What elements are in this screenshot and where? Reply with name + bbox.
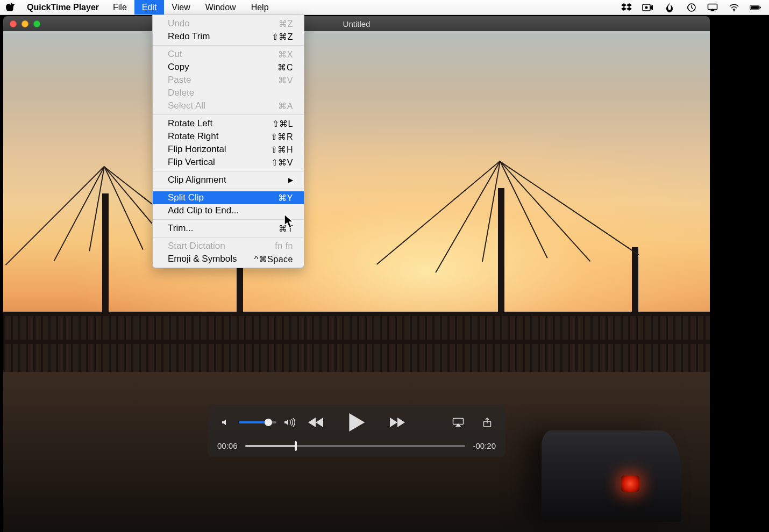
fast-forward-button[interactable] bbox=[389, 414, 406, 431]
volume-thumb[interactable] bbox=[265, 419, 272, 426]
submenu-arrow-icon: ▶ bbox=[288, 176, 293, 184]
menu-copy[interactable]: Copy ⌘C bbox=[153, 61, 304, 74]
car-silhouette bbox=[542, 430, 681, 522]
menu-file[interactable]: File bbox=[105, 0, 134, 15]
menu-redo-trim-shortcut: ⇧⌘Z bbox=[272, 32, 293, 42]
svg-rect-6 bbox=[760, 6, 761, 8]
rewind-button[interactable] bbox=[307, 414, 324, 431]
bridge-railing bbox=[3, 312, 710, 376]
svg-rect-8 bbox=[453, 419, 464, 425]
menu-rotate-left[interactable]: Rotate Left ⇧⌘L bbox=[153, 117, 304, 130]
history-icon[interactable] bbox=[685, 3, 697, 12]
elapsed-time: 00:06 bbox=[217, 441, 238, 450]
menu-cut: Cut ⌘X bbox=[153, 48, 304, 61]
menu-add-clip-to-end[interactable]: Add Clip to End... bbox=[153, 204, 304, 217]
menu-redo-trim-label: Redo Trim bbox=[168, 31, 272, 42]
menu-separator bbox=[153, 189, 304, 189]
menu-undo: Undo ⌘Z bbox=[153, 17, 304, 30]
svg-rect-7 bbox=[751, 6, 759, 9]
volume-slider[interactable] bbox=[239, 421, 276, 423]
airplay-icon[interactable] bbox=[707, 3, 718, 12]
window-title: Untitled bbox=[3, 19, 710, 28]
menu-emoji-symbols[interactable]: Emoji & Symbols ^⌘Space bbox=[153, 253, 304, 265]
volume-low-icon[interactable] bbox=[217, 414, 234, 431]
menu-paste: Paste ⌘V bbox=[153, 74, 304, 87]
menu-window[interactable]: Window bbox=[198, 0, 244, 15]
scrubber[interactable] bbox=[245, 445, 466, 447]
menu-help[interactable]: Help bbox=[244, 0, 276, 15]
player-controls: 00:06 -00:20 bbox=[208, 405, 505, 457]
menubar: QuickTime Player File Edit View Window H… bbox=[0, 0, 769, 15]
dropbox-icon[interactable] bbox=[621, 3, 632, 12]
record-icon[interactable] bbox=[642, 3, 654, 12]
flame-icon[interactable] bbox=[664, 3, 675, 12]
battery-icon[interactable] bbox=[750, 3, 761, 12]
wifi-icon[interactable] bbox=[728, 3, 740, 12]
menu-redo-trim[interactable]: Redo Trim ⇧⌘Z bbox=[153, 30, 304, 43]
menu-undo-shortcut: ⌘Z bbox=[279, 19, 293, 29]
scrubber-playhead[interactable] bbox=[295, 441, 297, 451]
menubar-status-area bbox=[621, 0, 769, 15]
menu-separator bbox=[153, 114, 304, 115]
menu-separator bbox=[153, 45, 304, 46]
volume-high-icon[interactable] bbox=[281, 414, 298, 431]
airplay-button[interactable] bbox=[450, 414, 467, 431]
menu-separator bbox=[153, 237, 304, 238]
window-titlebar[interactable]: Untitled bbox=[3, 16, 710, 31]
menu-flip-vertical[interactable]: Flip Vertical ⇧⌘V bbox=[153, 156, 304, 169]
svg-point-1 bbox=[645, 6, 648, 9]
menu-undo-label: Undo bbox=[168, 18, 279, 29]
menu-delete: Delete bbox=[153, 87, 304, 99]
menu-separator bbox=[153, 219, 304, 220]
edit-menu-dropdown: Undo ⌘Z Redo Trim ⇧⌘Z Cut ⌘X Copy ⌘C Pas… bbox=[152, 15, 304, 268]
menu-start-dictation: Start Dictation fn fn bbox=[153, 240, 304, 253]
volume-fill bbox=[239, 421, 268, 423]
menu-flip-horizontal[interactable]: Flip Horizontal ⇧⌘H bbox=[153, 143, 304, 156]
menu-separator bbox=[153, 171, 304, 171]
svg-point-4 bbox=[734, 10, 735, 11]
menu-select-all: Select All ⌘A bbox=[153, 99, 304, 112]
mouse-cursor-icon bbox=[284, 214, 295, 229]
player-window: Untitled bbox=[3, 16, 710, 532]
play-button[interactable] bbox=[346, 412, 367, 433]
share-button[interactable] bbox=[479, 414, 496, 431]
video-content[interactable]: 00:06 -00:20 bbox=[3, 31, 710, 532]
menu-clip-alignment[interactable]: Clip Alignment ▶ bbox=[153, 174, 304, 186]
menu-split-clip[interactable]: Split Clip ⌘Y bbox=[153, 191, 304, 204]
car-taillight bbox=[621, 476, 639, 492]
apple-menu[interactable] bbox=[0, 0, 20, 15]
menu-trim[interactable]: Trim... ⌘T bbox=[153, 222, 304, 235]
app-name[interactable]: QuickTime Player bbox=[20, 0, 105, 15]
menu-rotate-right[interactable]: Rotate Right ⇧⌘R bbox=[153, 130, 304, 143]
remaining-time: -00:20 bbox=[473, 441, 496, 450]
menu-edit[interactable]: Edit bbox=[134, 0, 165, 15]
scrubber-fill bbox=[245, 445, 296, 447]
menu-view[interactable]: View bbox=[164, 0, 197, 15]
